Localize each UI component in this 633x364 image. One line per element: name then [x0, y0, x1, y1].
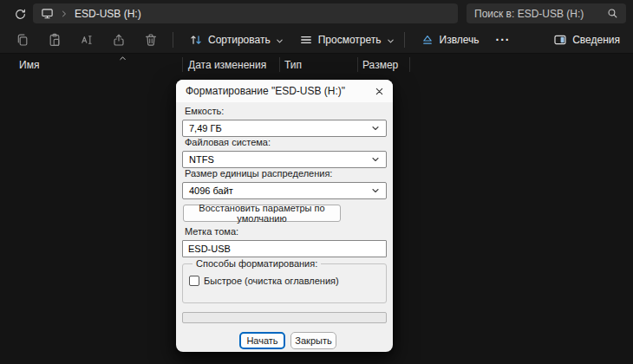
column-header-type[interactable]: Тип [284, 59, 302, 71]
capacity-dropdown[interactable]: 7,49 ГБ [182, 120, 387, 137]
column-divider[interactable] [357, 57, 358, 72]
rename-icon [80, 33, 94, 47]
trash-icon [144, 33, 158, 47]
close-icon [375, 87, 384, 96]
search-box[interactable]: Поиск в: ESD-USB (H:) [467, 3, 626, 23]
sort-button-label: Сортировать [208, 34, 271, 46]
view-button-label: Просмотреть [318, 34, 382, 46]
breadcrumb-chevron-icon [60, 10, 69, 18]
restore-defaults-button[interactable]: Восстановить параметры по умолчанию [183, 205, 341, 222]
more-options-button[interactable]: ··· [487, 28, 519, 52]
explorer-topbar: ESD-USB (H:) Поиск в: ESD-USB (H:) [0, 0, 633, 27]
breadcrumb-item-drive[interactable]: ESD-USB (H:) [75, 8, 141, 20]
explorer-toolbar: Сортировать Просмотреть Извлечь ··· [0, 27, 633, 54]
ellipsis-icon: ··· [496, 33, 511, 47]
column-divider[interactable] [409, 57, 410, 72]
volume-label-input[interactable] [182, 240, 387, 257]
delete-button[interactable] [139, 28, 163, 52]
toolbar-separator [173, 32, 173, 48]
eject-icon [421, 33, 434, 47]
dialog-close-button[interactable] [369, 82, 388, 100]
rename-button[interactable] [75, 28, 99, 52]
filesystem-value: NTFS [189, 154, 214, 165]
allocation-unit-value: 4096 байт [189, 185, 233, 196]
file-list-header: Имя Дата изменения Тип Размер [0, 54, 633, 76]
column-header-name[interactable]: Имя [19, 59, 39, 71]
eject-button[interactable]: Извлечь [413, 28, 487, 52]
filesystem-label: Файловая система: [185, 137, 271, 147]
close-dialog-button[interactable]: Закрыть [290, 332, 336, 349]
format-dialog-title: Форматирование "ESD-USB (H:)" [186, 85, 345, 97]
filesystem-dropdown[interactable]: NTFS [182, 151, 387, 168]
sort-ascending-indicator-icon [119, 55, 127, 62]
chevron-down-icon [371, 186, 380, 195]
format-dialog: Форматирование "ESD-USB (H:)" Емкость: 7… [176, 80, 393, 352]
search-placeholder: Поиск в: ESD-USB (H:) [474, 8, 584, 20]
capacity-value: 7,49 ГБ [189, 123, 222, 133]
eject-button-label: Извлечь [440, 34, 480, 46]
format-options-group-label: Способы форматирования: [193, 258, 321, 269]
details-button-label: Сведения [572, 34, 620, 46]
share-icon [112, 33, 126, 47]
allocation-unit-dropdown[interactable]: 4096 байт [182, 182, 387, 199]
file-explorer-window: ESD-USB (H:) Поиск в: ESD-USB (H:) [0, 0, 633, 364]
share-button[interactable] [107, 28, 131, 52]
column-divider[interactable] [279, 57, 280, 72]
column-divider[interactable] [182, 57, 183, 72]
start-format-button[interactable]: Начать [239, 332, 285, 349]
copy-button[interactable] [10, 28, 35, 52]
toolbar-separator [404, 32, 405, 48]
view-button[interactable]: Просмотреть [291, 28, 402, 52]
volume-label-caption: Метка тома: [185, 226, 238, 237]
this-pc-monitor-icon [41, 7, 54, 20]
details-pane-button[interactable]: Сведения [545, 28, 628, 52]
copy-icon [16, 33, 29, 47]
allocation-unit-label: Размер единицы распределения: [185, 168, 332, 179]
quick-format-label: Быстрое (очистка оглавления) [204, 276, 339, 286]
chevron-down-icon [371, 155, 380, 164]
view-lines-icon [299, 33, 313, 47]
format-dialog-titlebar: Форматирование "ESD-USB (H:)" [176, 80, 393, 102]
format-options-group: Способы форматирования: Быстрое (очистка… [182, 263, 387, 303]
refresh-button[interactable] [10, 3, 30, 24]
refresh-icon [14, 8, 27, 21]
format-progress-bar [182, 312, 387, 323]
sort-button[interactable]: Сортировать [181, 28, 291, 52]
chevron-down-icon [387, 37, 395, 45]
address-bar[interactable]: ESD-USB (H:) [33, 3, 458, 23]
chevron-down-icon [371, 124, 380, 133]
column-header-date-modified[interactable]: Дата изменения [188, 59, 266, 71]
search-icon [607, 8, 618, 19]
quick-format-checkbox[interactable] [189, 276, 199, 286]
quick-format-option[interactable]: Быстрое (очистка оглавления) [189, 276, 339, 286]
capacity-label: Емкость: [185, 106, 224, 116]
paste-icon [48, 33, 62, 47]
chevron-down-icon [276, 37, 284, 45]
details-pane-icon [553, 33, 567, 47]
sort-arrows-icon [189, 33, 203, 47]
column-header-size[interactable]: Размер [362, 59, 398, 71]
paste-button[interactable] [42, 28, 67, 52]
